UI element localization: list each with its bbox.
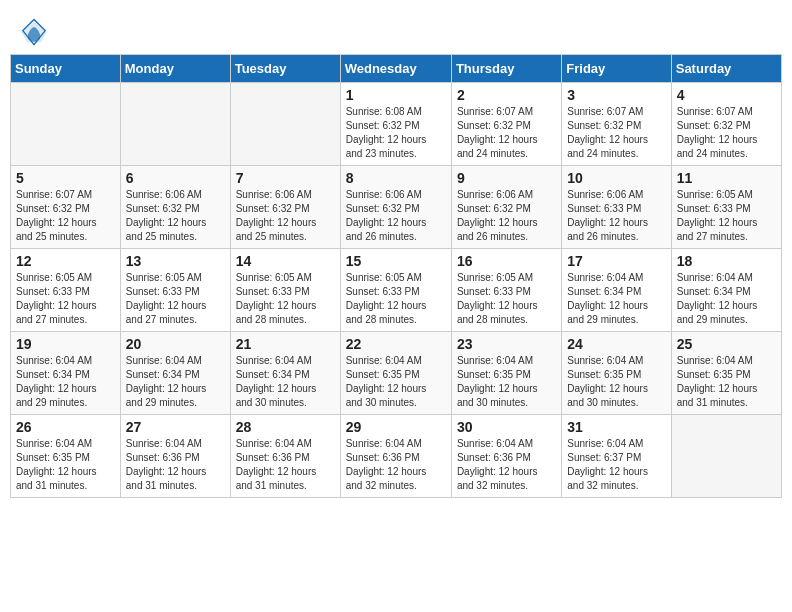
- day-info: Sunrise: 6:07 AM Sunset: 6:32 PM Dayligh…: [457, 105, 556, 161]
- day-number: 29: [346, 419, 446, 435]
- calendar-table: SundayMondayTuesdayWednesdayThursdayFrid…: [10, 54, 782, 498]
- calendar-cell: 13Sunrise: 6:05 AM Sunset: 6:33 PM Dayli…: [120, 249, 230, 332]
- day-number: 11: [677, 170, 776, 186]
- day-number: 13: [126, 253, 225, 269]
- day-number: 20: [126, 336, 225, 352]
- calendar-cell: 6Sunrise: 6:06 AM Sunset: 6:32 PM Daylig…: [120, 166, 230, 249]
- day-number: 21: [236, 336, 335, 352]
- day-info: Sunrise: 6:05 AM Sunset: 6:33 PM Dayligh…: [16, 271, 115, 327]
- day-number: 19: [16, 336, 115, 352]
- day-info: Sunrise: 6:07 AM Sunset: 6:32 PM Dayligh…: [16, 188, 115, 244]
- calendar-cell: 3Sunrise: 6:07 AM Sunset: 6:32 PM Daylig…: [562, 83, 671, 166]
- day-number: 27: [126, 419, 225, 435]
- calendar-cell: 20Sunrise: 6:04 AM Sunset: 6:34 PM Dayli…: [120, 332, 230, 415]
- calendar-cell: 23Sunrise: 6:04 AM Sunset: 6:35 PM Dayli…: [451, 332, 561, 415]
- calendar-week-row: 12Sunrise: 6:05 AM Sunset: 6:33 PM Dayli…: [11, 249, 782, 332]
- day-info: Sunrise: 6:06 AM Sunset: 6:33 PM Dayligh…: [567, 188, 665, 244]
- day-info: Sunrise: 6:04 AM Sunset: 6:34 PM Dayligh…: [567, 271, 665, 327]
- calendar-week-row: 5Sunrise: 6:07 AM Sunset: 6:32 PM Daylig…: [11, 166, 782, 249]
- calendar-cell: 31Sunrise: 6:04 AM Sunset: 6:37 PM Dayli…: [562, 415, 671, 498]
- calendar-cell: 16Sunrise: 6:05 AM Sunset: 6:33 PM Dayli…: [451, 249, 561, 332]
- day-number: 2: [457, 87, 556, 103]
- calendar-cell: 14Sunrise: 6:05 AM Sunset: 6:33 PM Dayli…: [230, 249, 340, 332]
- day-info: Sunrise: 6:04 AM Sunset: 6:35 PM Dayligh…: [567, 354, 665, 410]
- calendar-cell: 19Sunrise: 6:04 AM Sunset: 6:34 PM Dayli…: [11, 332, 121, 415]
- day-info: Sunrise: 6:05 AM Sunset: 6:33 PM Dayligh…: [346, 271, 446, 327]
- calendar-cell: [11, 83, 121, 166]
- day-info: Sunrise: 6:04 AM Sunset: 6:36 PM Dayligh…: [126, 437, 225, 493]
- calendar-cell: 21Sunrise: 6:04 AM Sunset: 6:34 PM Dayli…: [230, 332, 340, 415]
- calendar-cell: 24Sunrise: 6:04 AM Sunset: 6:35 PM Dayli…: [562, 332, 671, 415]
- day-number: 4: [677, 87, 776, 103]
- day-info: Sunrise: 6:04 AM Sunset: 6:36 PM Dayligh…: [457, 437, 556, 493]
- calendar-cell: 30Sunrise: 6:04 AM Sunset: 6:36 PM Dayli…: [451, 415, 561, 498]
- calendar-cell: 12Sunrise: 6:05 AM Sunset: 6:33 PM Dayli…: [11, 249, 121, 332]
- calendar-cell: [671, 415, 781, 498]
- day-number: 18: [677, 253, 776, 269]
- page-header: [10, 10, 782, 50]
- day-info: Sunrise: 6:04 AM Sunset: 6:34 PM Dayligh…: [677, 271, 776, 327]
- day-number: 16: [457, 253, 556, 269]
- calendar-cell: 26Sunrise: 6:04 AM Sunset: 6:35 PM Dayli…: [11, 415, 121, 498]
- day-number: 12: [16, 253, 115, 269]
- day-info: Sunrise: 6:04 AM Sunset: 6:35 PM Dayligh…: [457, 354, 556, 410]
- calendar-cell: 7Sunrise: 6:06 AM Sunset: 6:32 PM Daylig…: [230, 166, 340, 249]
- day-info: Sunrise: 6:05 AM Sunset: 6:33 PM Dayligh…: [677, 188, 776, 244]
- weekday-header: Monday: [120, 55, 230, 83]
- day-number: 5: [16, 170, 115, 186]
- day-number: 10: [567, 170, 665, 186]
- calendar-cell: 2Sunrise: 6:07 AM Sunset: 6:32 PM Daylig…: [451, 83, 561, 166]
- day-info: Sunrise: 6:05 AM Sunset: 6:33 PM Dayligh…: [126, 271, 225, 327]
- day-info: Sunrise: 6:04 AM Sunset: 6:34 PM Dayligh…: [236, 354, 335, 410]
- day-info: Sunrise: 6:06 AM Sunset: 6:32 PM Dayligh…: [126, 188, 225, 244]
- day-number: 1: [346, 87, 446, 103]
- calendar-cell: 18Sunrise: 6:04 AM Sunset: 6:34 PM Dayli…: [671, 249, 781, 332]
- day-info: Sunrise: 6:04 AM Sunset: 6:34 PM Dayligh…: [16, 354, 115, 410]
- day-info: Sunrise: 6:05 AM Sunset: 6:33 PM Dayligh…: [236, 271, 335, 327]
- calendar-week-row: 1Sunrise: 6:08 AM Sunset: 6:32 PM Daylig…: [11, 83, 782, 166]
- weekday-header: Tuesday: [230, 55, 340, 83]
- day-number: 7: [236, 170, 335, 186]
- day-number: 3: [567, 87, 665, 103]
- day-number: 28: [236, 419, 335, 435]
- logo: [20, 18, 50, 46]
- day-number: 8: [346, 170, 446, 186]
- day-info: Sunrise: 6:07 AM Sunset: 6:32 PM Dayligh…: [567, 105, 665, 161]
- calendar-cell: 5Sunrise: 6:07 AM Sunset: 6:32 PM Daylig…: [11, 166, 121, 249]
- day-number: 25: [677, 336, 776, 352]
- day-number: 17: [567, 253, 665, 269]
- day-info: Sunrise: 6:07 AM Sunset: 6:32 PM Dayligh…: [677, 105, 776, 161]
- calendar-cell: 25Sunrise: 6:04 AM Sunset: 6:35 PM Dayli…: [671, 332, 781, 415]
- day-number: 9: [457, 170, 556, 186]
- day-info: Sunrise: 6:04 AM Sunset: 6:35 PM Dayligh…: [16, 437, 115, 493]
- calendar-cell: 1Sunrise: 6:08 AM Sunset: 6:32 PM Daylig…: [340, 83, 451, 166]
- weekday-header: Saturday: [671, 55, 781, 83]
- day-number: 15: [346, 253, 446, 269]
- calendar-cell: 28Sunrise: 6:04 AM Sunset: 6:36 PM Dayli…: [230, 415, 340, 498]
- calendar-cell: [230, 83, 340, 166]
- weekday-header: Sunday: [11, 55, 121, 83]
- day-number: 14: [236, 253, 335, 269]
- day-info: Sunrise: 6:08 AM Sunset: 6:32 PM Dayligh…: [346, 105, 446, 161]
- calendar-cell: 8Sunrise: 6:06 AM Sunset: 6:32 PM Daylig…: [340, 166, 451, 249]
- calendar-header-row: SundayMondayTuesdayWednesdayThursdayFrid…: [11, 55, 782, 83]
- day-info: Sunrise: 6:06 AM Sunset: 6:32 PM Dayligh…: [457, 188, 556, 244]
- day-number: 24: [567, 336, 665, 352]
- logo-icon: [20, 18, 48, 46]
- day-number: 23: [457, 336, 556, 352]
- day-info: Sunrise: 6:04 AM Sunset: 6:35 PM Dayligh…: [677, 354, 776, 410]
- calendar-week-row: 19Sunrise: 6:04 AM Sunset: 6:34 PM Dayli…: [11, 332, 782, 415]
- weekday-header: Friday: [562, 55, 671, 83]
- calendar-cell: 15Sunrise: 6:05 AM Sunset: 6:33 PM Dayli…: [340, 249, 451, 332]
- day-number: 26: [16, 419, 115, 435]
- day-info: Sunrise: 6:04 AM Sunset: 6:34 PM Dayligh…: [126, 354, 225, 410]
- day-info: Sunrise: 6:04 AM Sunset: 6:35 PM Dayligh…: [346, 354, 446, 410]
- weekday-header: Thursday: [451, 55, 561, 83]
- day-number: 22: [346, 336, 446, 352]
- day-info: Sunrise: 6:04 AM Sunset: 6:37 PM Dayligh…: [567, 437, 665, 493]
- calendar-cell: 10Sunrise: 6:06 AM Sunset: 6:33 PM Dayli…: [562, 166, 671, 249]
- day-info: Sunrise: 6:05 AM Sunset: 6:33 PM Dayligh…: [457, 271, 556, 327]
- calendar-cell: 17Sunrise: 6:04 AM Sunset: 6:34 PM Dayli…: [562, 249, 671, 332]
- day-number: 31: [567, 419, 665, 435]
- weekday-header: Wednesday: [340, 55, 451, 83]
